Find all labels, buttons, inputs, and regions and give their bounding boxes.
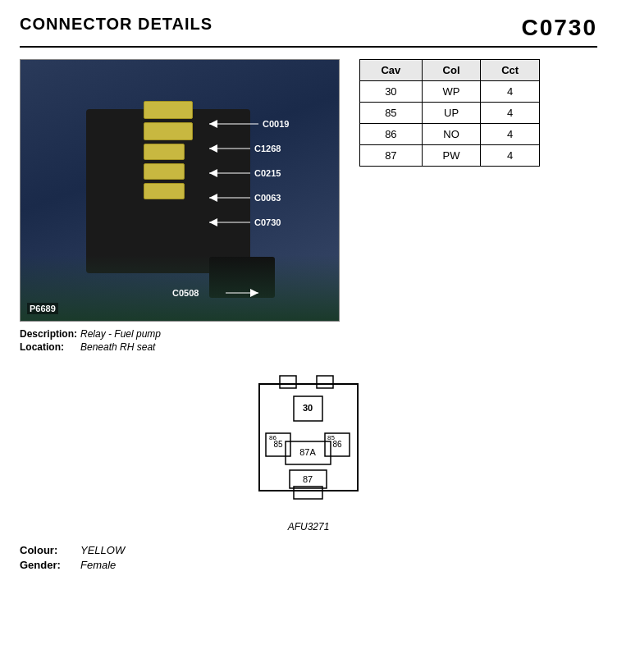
diagram-ref: AFU3271 [288, 521, 330, 533]
desc-label-1: Description: [20, 328, 77, 340]
connector-diagram: 30 85 86 87A 86 85 87 [235, 368, 382, 518]
cell-cav-1: 85 [360, 103, 423, 124]
label-c0063: C0063 [254, 193, 281, 203]
gender-label: Gender: [20, 559, 77, 571]
label-c1268: C1268 [254, 144, 281, 153]
svg-text:30: 30 [303, 403, 313, 413]
description-area: Description: Relay - Fuel pump Location:… [20, 328, 340, 353]
cell-cct-3: 4 [481, 145, 540, 167]
col-header-cav: Cav [360, 60, 423, 81]
cell-cav-2: 86 [360, 124, 423, 145]
page-title: CONNECTOR DETAILS [20, 15, 213, 34]
svg-rect-14 [317, 376, 333, 388]
cell-col-2: NO [422, 124, 481, 145]
table-row: 87PW4 [360, 145, 540, 167]
svg-text:87A: 87A [299, 447, 316, 457]
label-c0730: C0730 [254, 217, 281, 227]
table-row: 86NO4 [360, 124, 540, 145]
main-content: C0019 C1268 C0215 C0063 [20, 59, 597, 354]
col-header-col: Col [422, 60, 481, 81]
label-c0508: C0508 [172, 288, 199, 298]
cell-col-0: WP [422, 81, 481, 103]
connector-table: Cav Col Cct 30WP485UP486NO487PW4 [359, 59, 540, 167]
photo-corner-label: P6689 [27, 303, 58, 314]
gender-value: Female [80, 559, 116, 571]
table-body: 30WP485UP486NO487PW4 [360, 81, 540, 167]
label-c0215: C0215 [254, 168, 281, 178]
diagram-area: 30 85 86 87A 86 85 87 AFU3271 [20, 368, 597, 533]
gender-row: Gender: Female [20, 559, 597, 571]
svg-text:85: 85 [327, 434, 335, 441]
table-row: 30WP4 [360, 81, 540, 103]
desc-value-1: Relay - Fuel pump [80, 328, 161, 340]
page: CONNECTOR DETAILS C0730 [0, 0, 617, 672]
colour-gender-area: Colour: YELLOW Gender: Female [20, 544, 597, 571]
cell-cct-1: 4 [481, 103, 540, 124]
diagram-svg: 30 85 86 87A 86 85 87 [235, 368, 382, 515]
desc-row-2: Location: Beneath RH seat [20, 341, 340, 353]
svg-marker-7 [209, 194, 217, 202]
colour-label: Colour: [20, 544, 77, 556]
svg-marker-11 [250, 289, 258, 297]
table-row: 85UP4 [360, 103, 540, 124]
connector-photo: C0019 C1268 C0215 C0063 [20, 59, 340, 322]
cell-col-1: UP [422, 103, 481, 124]
label-c0019: C0019 [263, 119, 289, 129]
svg-marker-3 [209, 144, 217, 153]
svg-marker-5 [209, 169, 217, 177]
page-header: CONNECTOR DETAILS C0730 [20, 15, 597, 48]
svg-rect-13 [280, 376, 296, 388]
desc-row-1: Description: Relay - Fuel pump [20, 328, 340, 340]
colour-row: Colour: YELLOW [20, 544, 597, 556]
svg-text:87: 87 [303, 474, 313, 484]
desc-label-2: Location: [20, 341, 77, 353]
photo-area: C0019 C1268 C0215 C0063 [20, 59, 340, 354]
cell-col-3: PW [422, 145, 481, 167]
cell-cav-0: 30 [360, 81, 423, 103]
svg-marker-9 [209, 218, 217, 226]
table-header-row: Cav Col Cct [360, 60, 540, 81]
col-header-cct: Cct [481, 60, 540, 81]
photo-labels-svg: C0019 C1268 C0215 C0063 [21, 60, 340, 322]
desc-value-2: Beneath RH seat [80, 341, 155, 353]
cell-cav-3: 87 [360, 145, 423, 167]
colour-value: YELLOW [80, 544, 125, 556]
table-area: Cav Col Cct 30WP485UP486NO487PW4 [359, 59, 597, 354]
cell-cct-2: 4 [481, 124, 540, 145]
svg-text:86: 86 [269, 434, 277, 441]
cell-cct-0: 4 [481, 81, 540, 103]
connector-code: C0730 [521, 15, 597, 41]
svg-marker-1 [209, 120, 217, 128]
